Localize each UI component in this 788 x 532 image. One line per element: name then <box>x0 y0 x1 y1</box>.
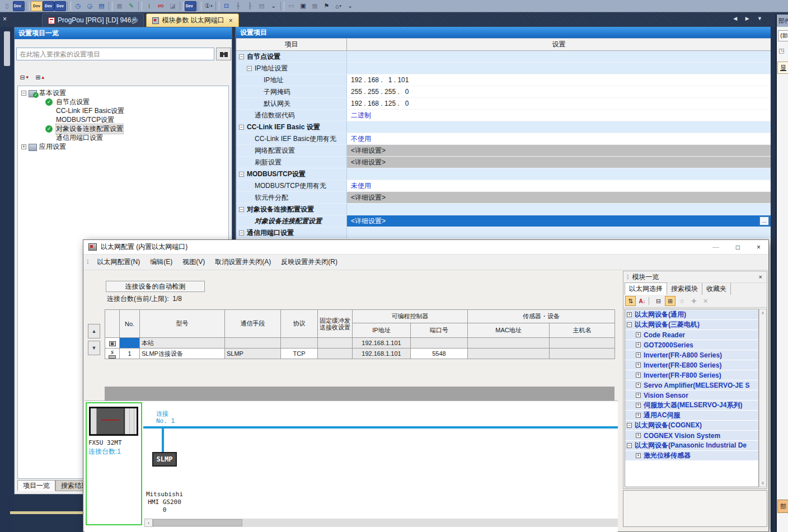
expand-toggle[interactable]: + <box>636 433 641 438</box>
find-window-icon[interactable]: ⊡ <box>221 1 232 11</box>
module-list-item[interactable]: − 以太网设备(三菱电机) <box>625 320 758 329</box>
module-list-item[interactable]: − 以太网设备(Panasonic Industrial De <box>625 441 758 450</box>
io-check-icon[interactable]: I/O <box>155 1 167 11</box>
module-list-item[interactable]: − 以太网设备(COGNEX) <box>625 421 758 430</box>
row-move-up-button[interactable]: ▲ <box>88 324 100 338</box>
expand-toggle[interactable]: − <box>239 207 244 212</box>
expand-toggle[interactable]: + <box>636 403 641 408</box>
settings-row[interactable]: IP地址 192 . 168 . 1 . 101 <box>236 74 771 86</box>
expand-toggle[interactable]: − <box>247 66 252 71</box>
expand-toggle[interactable]: + <box>636 373 641 378</box>
expand-toggle[interactable]: + <box>636 352 641 357</box>
toolbar-separator[interactable] <box>26 2 30 11</box>
dock-display-tab[interactable]: 显 <box>777 62 788 74</box>
maximize-icon[interactable]: □ <box>736 243 740 251</box>
module-list-item[interactable]: + Servo Amplifier(MELSERVO-JE S <box>625 380 758 390</box>
settings-row[interactable]: 默认网关 192 . 168 . 125 . 0 <box>236 98 771 110</box>
tree-item[interactable]: 对象设备连接配置设置 <box>18 124 228 133</box>
expand-toggle[interactable]: + <box>636 383 641 388</box>
expand-all-icon[interactable]: ⊞ <box>665 296 676 306</box>
collapse-all-icon[interactable]: ⊟▼ <box>19 72 30 82</box>
menu-item[interactable]: 编辑(E) <box>145 257 177 267</box>
toolbar-separator[interactable] <box>215 2 219 11</box>
scroll-up-icon[interactable]: ∧ <box>759 309 766 317</box>
toolbar-overflow2-icon[interactable]: ⌄ <box>344 1 356 11</box>
tree-item[interactable]: CC-Link IEF Basic设置 <box>18 106 228 115</box>
splitter-handle[interactable] <box>4 31 10 66</box>
favorite-delete-icon[interactable]: ✕ <box>700 296 711 306</box>
module-list-header[interactable]: ⁞⁞ 模块一览 × <box>623 271 767 283</box>
toolbar-separator[interactable] <box>280 2 284 11</box>
settings-row[interactable]: − MODBUS/TCP设置 <box>236 168 771 180</box>
tree-item[interactable]: − 基本设置 <box>18 88 228 97</box>
module-tab[interactable]: 收藏夹 <box>702 283 731 295</box>
module-tab[interactable]: 以太网选择 <box>625 283 667 295</box>
module-list-scrollbar[interactable]: ∧ ∨ <box>759 309 767 487</box>
module-list-item[interactable]: + GOT2000Series <box>625 340 758 350</box>
search-button[interactable] <box>216 48 231 60</box>
host-station-highlight-box[interactable]: FX5U 32MT 连接台数:1 <box>86 402 142 525</box>
expand-toggle[interactable]: + <box>636 413 641 418</box>
sort-az-icon[interactable]: A↓ <box>637 296 648 306</box>
module-tab[interactable]: 搜索模块 <box>667 283 702 295</box>
module-list-item[interactable]: + Inverter(FR-E800 Series) <box>625 360 758 370</box>
selected-cell[interactable] <box>120 338 140 349</box>
expand-toggle[interactable]: − <box>627 443 632 448</box>
dock-bottom-tab[interactable]: 部 <box>777 500 788 513</box>
device-batch-icon[interactable]: Dev <box>54 1 66 11</box>
toolbar-separator[interactable] <box>109 2 112 11</box>
settings-row[interactable]: 网络配置设置 <详细设置> <box>236 145 771 157</box>
zoom-level-icon[interactable]: ① <box>203 1 214 11</box>
awning-icon[interactable]: ⌂ <box>332 1 344 11</box>
tree-item[interactable]: 自节点设置 <box>18 97 228 106</box>
statement-edit-icon[interactable]: I <box>143 1 155 11</box>
settings-row[interactable]: 刷新设置 <详细设置> <box>236 157 771 168</box>
watch-window-icon[interactable]: ◷ <box>72 1 84 11</box>
notes-icon[interactable]: ▤ <box>256 1 268 11</box>
watch-gauge-icon[interactable]: ◶ <box>84 1 96 11</box>
module-list-item[interactable]: + 激光位移传感器 <box>625 451 758 460</box>
auto-detect-button[interactable]: 连接设备的自动检测 <box>106 281 205 292</box>
expand-toggle[interactable]: − <box>627 322 632 327</box>
expand-toggle[interactable]: − <box>239 172 244 177</box>
settings-row[interactable]: 子网掩码 255 . 255 . 255 . 0 <box>236 86 771 98</box>
settings-row[interactable]: 对象设备连接配置设置 <详细设置> ... <box>236 215 771 227</box>
menu-item[interactable]: 视图(V) <box>177 257 210 267</box>
option-window-icon[interactable]: ▭ <box>285 1 297 11</box>
dialog-titlebar[interactable]: 以太网配置 (内置以太网端口) — □ × <box>83 240 768 255</box>
dock-filter-button[interactable]: (部 <box>778 30 788 41</box>
expand-toggle[interactable]: + <box>21 144 26 149</box>
verify-icon[interactable]: ▦ <box>114 1 125 11</box>
module-list-item[interactable]: + 伺服放大器(MELSERVO-J4系列) <box>625 401 758 410</box>
expand-toggle[interactable]: − <box>21 91 26 96</box>
settings-row[interactable]: − IP地址设置 <box>236 63 771 74</box>
close-icon[interactable]: × <box>229 17 233 25</box>
toolbar-separator[interactable] <box>67 2 71 11</box>
close-icon[interactable]: × <box>757 243 761 251</box>
search-input[interactable] <box>16 48 214 60</box>
module-list-item[interactable]: + 通用AC伺服 <box>625 411 758 420</box>
minimize-icon[interactable]: — <box>712 243 719 251</box>
menu-item[interactable]: 反映设置并关闭(R) <box>276 257 343 267</box>
program-check-icon[interactable]: ✎ <box>125 1 137 11</box>
module-list-item[interactable]: + COGNEX Vision System <box>625 431 758 440</box>
settings-row[interactable]: MODBUS/TCP使用有无 未使用 <box>236 180 771 192</box>
settings-row[interactable]: − 对象设备连接配置设置 <box>236 204 771 215</box>
toolbar-overflow-icon[interactable]: ⌄ <box>268 1 279 11</box>
tree-item[interactable]: MODBUS/TCP设置 <box>18 115 228 124</box>
settings-row[interactable]: CC-Link IEF Basic使用有无 不使用 <box>236 133 771 145</box>
expand-toggle[interactable]: + <box>627 312 632 317</box>
expand-toggle[interactable]: + <box>636 342 641 347</box>
diagram-horizontal-scrollbar[interactable]: ‹ <box>144 519 618 527</box>
settings-row[interactable]: − CC-Link IEF Basic 设置 <box>236 121 771 133</box>
slmp-device-node[interactable]: SLMP <box>152 452 177 467</box>
menu-item[interactable]: 取消设置并关闭(A) <box>210 257 276 267</box>
ladder-branch-icon[interactable]: ╂ <box>232 1 244 11</box>
expand-toggle[interactable]: + <box>636 332 641 337</box>
eraser-icon[interactable]: ◪ <box>167 1 179 11</box>
expand-toggle[interactable]: + <box>636 362 641 368</box>
scroll-down-icon[interactable]: ∨ <box>759 479 766 487</box>
module-toolbar-separator[interactable] <box>649 297 652 305</box>
toolbar-separator[interactable] <box>138 2 142 11</box>
expand-toggle[interactable]: − <box>239 54 244 59</box>
